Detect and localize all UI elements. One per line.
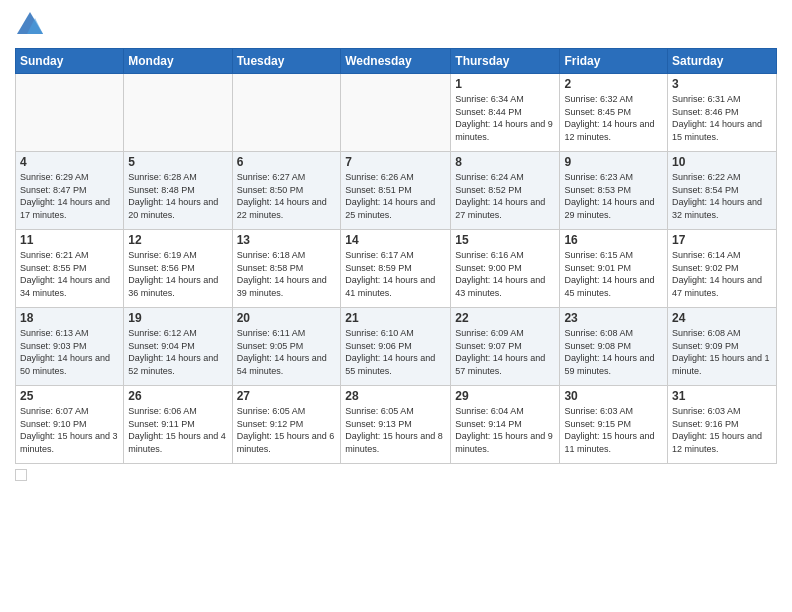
day-info: Sunrise: 6:29 AM Sunset: 8:47 PM Dayligh…: [20, 171, 119, 221]
day-number: 17: [672, 233, 772, 247]
day-info: Sunrise: 6:24 AM Sunset: 8:52 PM Dayligh…: [455, 171, 555, 221]
day-number: 10: [672, 155, 772, 169]
day-info: Sunrise: 6:10 AM Sunset: 9:06 PM Dayligh…: [345, 327, 446, 377]
day-number: 1: [455, 77, 555, 91]
day-info: Sunrise: 6:14 AM Sunset: 9:02 PM Dayligh…: [672, 249, 772, 299]
calendar-cell: 12Sunrise: 6:19 AM Sunset: 8:56 PM Dayli…: [124, 230, 232, 308]
calendar-cell: 24Sunrise: 6:08 AM Sunset: 9:09 PM Dayli…: [668, 308, 777, 386]
day-info: Sunrise: 6:26 AM Sunset: 8:51 PM Dayligh…: [345, 171, 446, 221]
calendar-cell: 5Sunrise: 6:28 AM Sunset: 8:48 PM Daylig…: [124, 152, 232, 230]
day-number: 9: [564, 155, 663, 169]
day-number: 27: [237, 389, 337, 403]
calendar-cell: 4Sunrise: 6:29 AM Sunset: 8:47 PM Daylig…: [16, 152, 124, 230]
calendar-header-row: SundayMondayTuesdayWednesdayThursdayFrid…: [16, 49, 777, 74]
calendar-cell: 28Sunrise: 6:05 AM Sunset: 9:13 PM Dayli…: [341, 386, 451, 464]
calendar-cell: 13Sunrise: 6:18 AM Sunset: 8:58 PM Dayli…: [232, 230, 341, 308]
day-number: 15: [455, 233, 555, 247]
day-number: 14: [345, 233, 446, 247]
day-info: Sunrise: 6:11 AM Sunset: 9:05 PM Dayligh…: [237, 327, 337, 377]
col-header-sunday: Sunday: [16, 49, 124, 74]
header: [15, 10, 777, 40]
day-number: 29: [455, 389, 555, 403]
footer: [15, 469, 777, 481]
calendar-cell: 26Sunrise: 6:06 AM Sunset: 9:11 PM Dayli…: [124, 386, 232, 464]
day-info: Sunrise: 6:05 AM Sunset: 9:13 PM Dayligh…: [345, 405, 446, 455]
day-number: 21: [345, 311, 446, 325]
day-info: Sunrise: 6:31 AM Sunset: 8:46 PM Dayligh…: [672, 93, 772, 143]
day-info: Sunrise: 6:15 AM Sunset: 9:01 PM Dayligh…: [564, 249, 663, 299]
day-number: 18: [20, 311, 119, 325]
calendar-cell: [232, 74, 341, 152]
col-header-wednesday: Wednesday: [341, 49, 451, 74]
day-info: Sunrise: 6:19 AM Sunset: 8:56 PM Dayligh…: [128, 249, 227, 299]
calendar-cell: 20Sunrise: 6:11 AM Sunset: 9:05 PM Dayli…: [232, 308, 341, 386]
day-info: Sunrise: 6:32 AM Sunset: 8:45 PM Dayligh…: [564, 93, 663, 143]
day-number: 28: [345, 389, 446, 403]
day-info: Sunrise: 6:23 AM Sunset: 8:53 PM Dayligh…: [564, 171, 663, 221]
calendar-cell: 22Sunrise: 6:09 AM Sunset: 9:07 PM Dayli…: [451, 308, 560, 386]
day-number: 20: [237, 311, 337, 325]
calendar-week-row: 4Sunrise: 6:29 AM Sunset: 8:47 PM Daylig…: [16, 152, 777, 230]
day-number: 23: [564, 311, 663, 325]
day-number: 26: [128, 389, 227, 403]
calendar-cell: 25Sunrise: 6:07 AM Sunset: 9:10 PM Dayli…: [16, 386, 124, 464]
day-number: 7: [345, 155, 446, 169]
calendar-cell: 11Sunrise: 6:21 AM Sunset: 8:55 PM Dayli…: [16, 230, 124, 308]
day-number: 8: [455, 155, 555, 169]
calendar-cell: 17Sunrise: 6:14 AM Sunset: 9:02 PM Dayli…: [668, 230, 777, 308]
calendar-cell: 18Sunrise: 6:13 AM Sunset: 9:03 PM Dayli…: [16, 308, 124, 386]
calendar-cell: 31Sunrise: 6:03 AM Sunset: 9:16 PM Dayli…: [668, 386, 777, 464]
calendar-cell: 21Sunrise: 6:10 AM Sunset: 9:06 PM Dayli…: [341, 308, 451, 386]
calendar-cell: 15Sunrise: 6:16 AM Sunset: 9:00 PM Dayli…: [451, 230, 560, 308]
col-header-thursday: Thursday: [451, 49, 560, 74]
day-number: 2: [564, 77, 663, 91]
day-info: Sunrise: 6:13 AM Sunset: 9:03 PM Dayligh…: [20, 327, 119, 377]
day-number: 5: [128, 155, 227, 169]
day-info: Sunrise: 6:06 AM Sunset: 9:11 PM Dayligh…: [128, 405, 227, 455]
calendar-cell: 29Sunrise: 6:04 AM Sunset: 9:14 PM Dayli…: [451, 386, 560, 464]
day-number: 25: [20, 389, 119, 403]
day-info: Sunrise: 6:08 AM Sunset: 9:09 PM Dayligh…: [672, 327, 772, 377]
calendar-week-row: 1Sunrise: 6:34 AM Sunset: 8:44 PM Daylig…: [16, 74, 777, 152]
day-info: Sunrise: 6:21 AM Sunset: 8:55 PM Dayligh…: [20, 249, 119, 299]
day-number: 16: [564, 233, 663, 247]
day-info: Sunrise: 6:16 AM Sunset: 9:00 PM Dayligh…: [455, 249, 555, 299]
day-info: Sunrise: 6:22 AM Sunset: 8:54 PM Dayligh…: [672, 171, 772, 221]
daylight-box-icon: [15, 469, 27, 481]
calendar-cell: 1Sunrise: 6:34 AM Sunset: 8:44 PM Daylig…: [451, 74, 560, 152]
calendar-cell: [124, 74, 232, 152]
day-info: Sunrise: 6:07 AM Sunset: 9:10 PM Dayligh…: [20, 405, 119, 455]
day-number: 13: [237, 233, 337, 247]
calendar-cell: 3Sunrise: 6:31 AM Sunset: 8:46 PM Daylig…: [668, 74, 777, 152]
calendar-cell: 14Sunrise: 6:17 AM Sunset: 8:59 PM Dayli…: [341, 230, 451, 308]
day-info: Sunrise: 6:03 AM Sunset: 9:16 PM Dayligh…: [672, 405, 772, 455]
day-info: Sunrise: 6:28 AM Sunset: 8:48 PM Dayligh…: [128, 171, 227, 221]
calendar-cell: 27Sunrise: 6:05 AM Sunset: 9:12 PM Dayli…: [232, 386, 341, 464]
day-number: 12: [128, 233, 227, 247]
day-info: Sunrise: 6:09 AM Sunset: 9:07 PM Dayligh…: [455, 327, 555, 377]
calendar-week-row: 11Sunrise: 6:21 AM Sunset: 8:55 PM Dayli…: [16, 230, 777, 308]
day-number: 30: [564, 389, 663, 403]
calendar-cell: 23Sunrise: 6:08 AM Sunset: 9:08 PM Dayli…: [560, 308, 668, 386]
day-info: Sunrise: 6:12 AM Sunset: 9:04 PM Dayligh…: [128, 327, 227, 377]
day-number: 3: [672, 77, 772, 91]
calendar-table: SundayMondayTuesdayWednesdayThursdayFrid…: [15, 48, 777, 464]
calendar-cell: 2Sunrise: 6:32 AM Sunset: 8:45 PM Daylig…: [560, 74, 668, 152]
calendar-cell: 6Sunrise: 6:27 AM Sunset: 8:50 PM Daylig…: [232, 152, 341, 230]
page: SundayMondayTuesdayWednesdayThursdayFrid…: [0, 0, 792, 612]
calendar-week-row: 25Sunrise: 6:07 AM Sunset: 9:10 PM Dayli…: [16, 386, 777, 464]
day-info: Sunrise: 6:34 AM Sunset: 8:44 PM Dayligh…: [455, 93, 555, 143]
calendar-cell: 7Sunrise: 6:26 AM Sunset: 8:51 PM Daylig…: [341, 152, 451, 230]
day-number: 4: [20, 155, 119, 169]
day-info: Sunrise: 6:05 AM Sunset: 9:12 PM Dayligh…: [237, 405, 337, 455]
calendar-cell: [16, 74, 124, 152]
logo-icon: [15, 10, 45, 40]
day-number: 11: [20, 233, 119, 247]
col-header-monday: Monday: [124, 49, 232, 74]
calendar-cell: 10Sunrise: 6:22 AM Sunset: 8:54 PM Dayli…: [668, 152, 777, 230]
day-number: 22: [455, 311, 555, 325]
col-header-friday: Friday: [560, 49, 668, 74]
day-number: 6: [237, 155, 337, 169]
day-info: Sunrise: 6:17 AM Sunset: 8:59 PM Dayligh…: [345, 249, 446, 299]
calendar-cell: [341, 74, 451, 152]
